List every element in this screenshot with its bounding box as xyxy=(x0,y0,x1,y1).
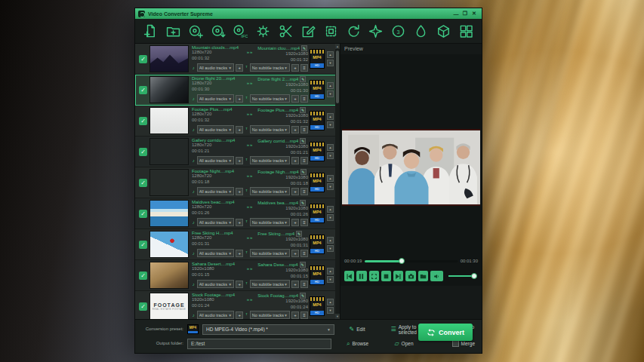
merge-checkbox[interactable] xyxy=(452,340,459,347)
trim-icon[interactable] xyxy=(278,23,294,39)
subtitle-search-button[interactable]: ≡ xyxy=(300,281,308,288)
add-audio-button[interactable]: + xyxy=(236,219,243,226)
row-checkbox[interactable]: ✓ xyxy=(139,272,147,280)
volume-button[interactable] xyxy=(430,271,443,281)
scroll-thumb[interactable] xyxy=(336,51,339,103)
file-row[interactable]: ✓ Drone flight 20....mp4 1280x720 00:01:… xyxy=(135,75,340,106)
rename-button[interactable]: ✎ xyxy=(300,293,306,299)
output-format-badge[interactable]: MP4 HD xyxy=(310,204,325,223)
video-thumbnail[interactable] xyxy=(149,262,189,289)
row-checkbox[interactable]: ✓ xyxy=(139,117,147,125)
audio-track-dropdown[interactable]: All audio tracks ▼ xyxy=(197,218,235,226)
subtitle-search-button[interactable]: ≡ xyxy=(300,126,308,133)
add-subtitle-button[interactable]: + xyxy=(291,188,299,195)
move-down-button[interactable]: ▼ xyxy=(327,90,334,97)
previous-button[interactable] xyxy=(344,271,354,281)
add-audio-button[interactable]: + xyxy=(236,157,243,164)
rename-button[interactable]: ✎ xyxy=(300,76,306,82)
move-up-button[interactable]: ▲ xyxy=(327,144,334,151)
list-scrollbar[interactable]: ▲ ▼ xyxy=(335,44,340,319)
watermark-icon[interactable] xyxy=(413,23,429,39)
convert-button[interactable]: Convert xyxy=(418,324,473,341)
audio-track-dropdown[interactable]: All audio tracks ▼ xyxy=(197,249,235,257)
move-down-button[interactable]: ▼ xyxy=(327,245,334,252)
audio-track-dropdown[interactable]: All audio tracks ▼ xyxy=(197,125,235,133)
subtitle-dropdown[interactable]: No subtitle tracks ▼ xyxy=(250,94,290,103)
add-audio-button[interactable]: + xyxy=(236,188,243,195)
layout-grid-icon[interactable] xyxy=(458,23,474,39)
row-checkbox[interactable]: ✓ xyxy=(139,148,147,156)
move-down-button[interactable]: ▼ xyxy=(327,60,334,66)
file-row[interactable]: ✓ Gallery corrido....mp4 1280x720 00:01:… xyxy=(135,137,340,167)
add-subtitle-button[interactable]: + xyxy=(291,126,299,133)
3d-icon[interactable]: 3 xyxy=(390,23,406,39)
file-row[interactable]: ✓ Footage Night....mp4 1280x720 00:01:18… xyxy=(135,167,340,198)
subtitle-search-button[interactable]: ≡ xyxy=(300,64,308,72)
open-folder-button[interactable]: ▱ Open xyxy=(392,340,415,347)
audio-track-dropdown[interactable]: All audio tracks ▼ xyxy=(197,311,235,319)
scroll-down-icon[interactable]: ▼ xyxy=(335,314,340,319)
subtitle-search-button[interactable]: ≡ xyxy=(300,219,308,226)
effects-icon[interactable] xyxy=(368,23,384,39)
open-folder-button[interactable] xyxy=(418,271,428,281)
seek-bar[interactable] xyxy=(365,260,457,262)
settings-icon[interactable] xyxy=(255,23,271,39)
audio-track-dropdown[interactable]: All audio tracks ▼ xyxy=(197,63,235,72)
video-thumbnail[interactable] xyxy=(149,169,189,196)
titlebar[interactable]: Video Converter Supreme — ❐ ✕ xyxy=(135,8,482,19)
next-button[interactable] xyxy=(393,271,403,281)
row-checkbox[interactable]: ✓ xyxy=(139,179,147,187)
move-down-button[interactable]: ▼ xyxy=(327,121,334,128)
output-format-badge[interactable]: MP4 HD xyxy=(310,235,325,254)
subtitle-dropdown[interactable]: No subtitle tracks ▼ xyxy=(250,187,290,195)
audio-track-dropdown[interactable]: All audio tracks ▼ xyxy=(197,156,235,164)
row-checkbox[interactable]: ✓ xyxy=(139,241,147,249)
rename-button[interactable]: ✎ xyxy=(300,169,307,175)
output-format-badge[interactable]: MP4 HD xyxy=(310,49,325,69)
add-audio-button[interactable]: + xyxy=(236,250,243,257)
audio-track-dropdown[interactable]: All audio tracks ▼ xyxy=(197,94,235,103)
subtitle-dropdown[interactable]: No subtitle tracks ▼ xyxy=(250,311,290,319)
move-up-button[interactable]: ▲ xyxy=(327,82,334,89)
browse-button[interactable]: ⌕ Browse xyxy=(344,340,371,348)
add-subtitle-button[interactable]: + xyxy=(291,250,299,257)
subtitle-dropdown[interactable]: No subtitle tracks ▼ xyxy=(250,218,290,226)
add-subtitle-button[interactable]: + xyxy=(291,157,299,164)
video-thumbnail[interactable] xyxy=(149,107,189,134)
snapshot-button[interactable] xyxy=(405,271,415,281)
edit-icon[interactable] xyxy=(300,23,316,39)
video-thumbnail[interactable] xyxy=(149,76,189,103)
add-audio-button[interactable]: + xyxy=(236,281,243,288)
scroll-up-icon[interactable]: ▲ xyxy=(335,44,340,49)
add-subtitle-button[interactable]: + xyxy=(291,95,299,103)
file-row[interactable]: ✓ Footage Plus....mp4 1280x720 00:01:32 … xyxy=(135,106,340,137)
rotate-icon[interactable] xyxy=(346,23,362,39)
cube-icon[interactable] xyxy=(436,23,451,39)
row-checkbox[interactable]: ✓ xyxy=(139,302,147,311)
add-audio-button[interactable]: + xyxy=(236,64,243,72)
row-checkbox[interactable]: ✓ xyxy=(139,55,147,63)
rename-button[interactable]: ✎ xyxy=(301,45,307,51)
move-up-button[interactable]: ▲ xyxy=(327,206,334,213)
edit-preset-button[interactable]: ✎ Edit xyxy=(347,326,368,333)
file-row[interactable]: ✓ Maldives beac....mp4 1280x720 00:01:26… xyxy=(135,198,340,229)
close-button[interactable]: ✕ xyxy=(470,11,479,17)
output-format-badge[interactable]: MP4 HD xyxy=(310,173,325,192)
merge-checkbox-row[interactable]: Merge xyxy=(450,340,477,347)
move-down-button[interactable]: ▼ xyxy=(327,276,334,283)
video-thumbnail[interactable]: FOOTAGE REAL ESTATE FOOTAGE xyxy=(149,293,189,320)
video-thumbnail[interactable] xyxy=(149,200,189,227)
row-checkbox[interactable]: ✓ xyxy=(139,210,147,218)
move-down-button[interactable]: ▼ xyxy=(327,183,334,190)
rename-button[interactable]: ✎ xyxy=(300,262,306,268)
add-audio-button[interactable]: + xyxy=(236,311,243,319)
minimize-button[interactable]: — xyxy=(451,11,461,17)
move-up-button[interactable]: ▲ xyxy=(327,51,334,58)
add-video-icon[interactable] xyxy=(143,23,159,39)
load-ifo-icon[interactable]: IFO xyxy=(233,23,248,39)
file-row[interactable]: ✓ FOOTAGE REAL ESTATE FOOTAGE Stock Foot… xyxy=(135,291,340,322)
subtitle-dropdown[interactable]: No subtitle tracks ▼ xyxy=(250,280,290,288)
output-format-badge[interactable]: MP4 HD xyxy=(310,80,325,100)
file-row[interactable]: ✓ Mountain clouds....mp4 1280x720 00:01:… xyxy=(135,44,340,75)
move-up-button[interactable]: ▲ xyxy=(327,268,334,275)
